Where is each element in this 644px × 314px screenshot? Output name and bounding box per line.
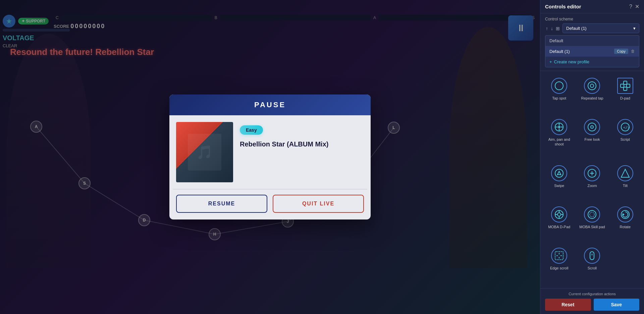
plus-icon: + [549, 59, 552, 64]
dropdown-arrow: ▾ [633, 26, 636, 31]
repeated-tap-label: Repeated tap [581, 96, 603, 101]
script-icon: </> [617, 119, 633, 135]
svg-point-29 [557, 213, 561, 216]
svg-marker-37 [623, 213, 625, 216]
copy-scheme-button[interactable]: Copy [614, 49, 628, 54]
aim-pan-shoot-icon [551, 119, 567, 135]
swipe-icon [551, 165, 567, 181]
repeated-tap-icon [584, 78, 600, 94]
zoom-control[interactable]: Zoom [576, 162, 608, 202]
free-look-icon [584, 119, 600, 135]
tap-spot-label: Tap spot [552, 96, 566, 101]
moba-skill-pad-control[interactable]: MOBA Skill pad [576, 203, 608, 244]
svg-point-7 [588, 82, 596, 90]
svg-point-8 [590, 84, 594, 87]
save-button[interactable]: Save [594, 299, 640, 311]
control-scheme-section: Control scheme ↑ ↓ ⊞ Default (1) ▾ Defau… [540, 13, 644, 71]
scroll-icon [584, 248, 600, 264]
rotate-label: Rotate [620, 225, 631, 229]
pause-album-art: 🎵 [176, 122, 233, 182]
scheme-download-button[interactable]: ↓ [550, 25, 554, 32]
panel-help-button[interactable]: ? [629, 3, 632, 10]
d-pad-control[interactable]: D-pad [609, 74, 641, 115]
pause-overlay: PAUSE 🎵 Easy [0, 0, 540, 314]
edge-scroll-label: Edge scroll [550, 266, 568, 270]
scheme-upload-button[interactable]: ↑ [545, 25, 549, 32]
delete-scheme-button[interactable]: 🗑 [631, 49, 635, 54]
quit-live-button[interactable]: QUIT LIVE [273, 195, 364, 213]
swipe-label: Swipe [554, 183, 564, 188]
pause-buttons: RESUME QUIT LIVE [169, 189, 371, 219]
svg-point-20 [591, 126, 593, 128]
svg-text:</>: </> [623, 125, 630, 130]
panel-header: Controls editor ? ✕ [540, 0, 644, 13]
current-config-label: Current configuration actions [545, 292, 639, 296]
svg-rect-43 [590, 252, 594, 260]
scheme-dropdown[interactable]: Default (1) ▾ [562, 23, 639, 33]
pause-content: 🎵 Easy Rebellion Star (ALBUM Mix) [169, 115, 371, 189]
tap-spot-control[interactable]: Tap spot [543, 74, 575, 115]
edge-scroll-icon [551, 248, 567, 264]
panel-bottom: Current configuration actions Reset Save [540, 288, 644, 314]
zoom-icon [584, 165, 600, 181]
tilt-control[interactable]: Tilt [609, 162, 641, 202]
script-label: Script [621, 137, 630, 142]
reset-button[interactable]: Reset [545, 299, 591, 311]
svg-point-23 [555, 169, 563, 177]
edge-scroll-control[interactable]: Edge scroll [543, 244, 575, 285]
panel-close-button[interactable]: ✕ [635, 3, 639, 10]
controls-editor-panel: Controls editor ? ✕ Control scheme ↑ ↓ ⊞… [540, 0, 644, 314]
free-look-label: Free look [585, 137, 600, 142]
scheme-default[interactable]: Default [545, 36, 639, 46]
rotate-control[interactable]: Rotate [609, 203, 641, 244]
pause-difficulty-badge: Easy [240, 125, 263, 135]
current-scheme-name: Default (1) [566, 26, 587, 31]
zoom-label: Zoom [587, 183, 597, 188]
repeated-tap-control[interactable]: Repeated tap [576, 74, 608, 115]
d-pad-label: D-pad [620, 96, 630, 101]
rotate-icon [617, 206, 633, 223]
pause-title: PAUSE [175, 101, 365, 109]
create-new-label: Create new profile [554, 59, 590, 64]
scroll-control[interactable]: Scroll [576, 244, 608, 285]
pause-song-name: Rebellion Star (ALBUM Mix) [240, 139, 364, 149]
free-look-control[interactable]: Free look [576, 116, 608, 161]
svg-point-18 [558, 126, 560, 128]
pause-dialog: PAUSE 🎵 Easy [169, 95, 371, 219]
svg-point-6 [555, 82, 563, 90]
swipe-control[interactable]: Swipe [543, 162, 575, 202]
svg-point-19 [588, 123, 596, 131]
pause-header: PAUSE [169, 95, 371, 115]
controls-grid: Tap spot Repeated tap [540, 71, 644, 288]
game-area: B BlueStacks App Player 1 5.1.50.1001 P6… [0, 0, 540, 314]
scheme-default-1[interactable]: Default (1) Copy 🗑 [545, 46, 639, 57]
svg-marker-27 [621, 169, 629, 177]
aim-pan-shoot-control[interactable]: Aim, pan and shoot [543, 116, 575, 161]
scheme-default-name: Default [549, 38, 563, 43]
moba-d-pad-icon [551, 206, 567, 223]
resume-button[interactable]: RESUME [176, 195, 267, 213]
scheme-list: Default Default (1) Copy 🗑 + Create new … [545, 35, 639, 67]
moba-skill-pad-icon [584, 206, 600, 223]
scheme-label: Control scheme [545, 17, 639, 21]
tap-spot-icon [551, 78, 567, 94]
svg-rect-9 [624, 81, 627, 84]
moba-d-pad-control[interactable]: MOBA D-Pad [543, 203, 575, 244]
svg-point-35 [590, 212, 594, 217]
tilt-icon [617, 165, 633, 181]
svg-rect-11 [621, 84, 624, 87]
scheme-share-button[interactable]: ⊞ [555, 25, 560, 32]
panel-title: Controls editor [545, 4, 581, 9]
script-control[interactable]: </> Script [609, 116, 641, 161]
svg-rect-12 [627, 84, 630, 87]
moba-d-pad-label: MOBA D-Pad [548, 225, 570, 229]
create-new-profile[interactable]: + Create new profile [545, 57, 639, 67]
svg-rect-10 [624, 87, 627, 90]
moba-skill-pad-label: MOBA Skill pad [579, 225, 605, 229]
scroll-label: Scroll [588, 266, 597, 270]
aim-pan-shoot-label: Aim, pan and shoot [544, 137, 574, 147]
pause-info: Easy Rebellion Star (ALBUM Mix) [240, 122, 364, 182]
scheme-default-1-name: Default (1) [549, 49, 570, 54]
svg-point-34 [588, 210, 596, 218]
tilt-label: Tilt [623, 183, 628, 188]
